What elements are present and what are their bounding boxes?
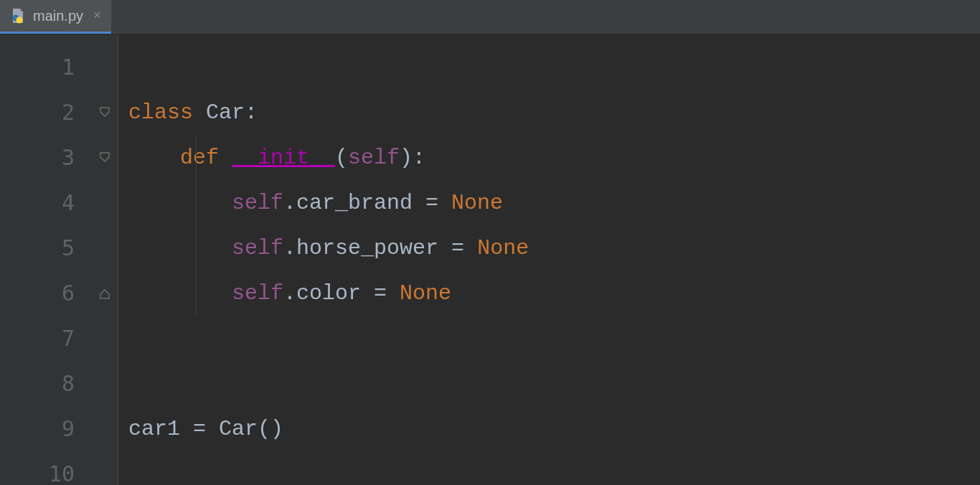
gutter: 1 2 3 4 5 6 7 8 9 10 — [0, 34, 118, 485]
editor-area: 1 2 3 4 5 6 7 8 9 10 class Car: — [0, 34, 980, 485]
punct-colon: : — [245, 100, 258, 125]
punct-dot: . — [283, 236, 296, 260]
tab-filename: main.py — [33, 8, 83, 24]
variable: car1 — [128, 417, 180, 441]
class-ref: Car — [219, 417, 258, 441]
keyword-self: self — [348, 146, 400, 170]
fold-marker-icon[interactable] — [98, 105, 112, 120]
gutter-line-number: 6 — [0, 270, 118, 316]
gutter-line-number: 7 — [0, 316, 118, 361]
function-name: __init__ — [232, 146, 335, 170]
gutter-line-number: 2 — [0, 90, 118, 135]
keyword-none: None — [477, 236, 529, 260]
keyword-none: None — [451, 191, 503, 215]
class-name: Car — [206, 100, 245, 125]
keyword-def: def — [180, 146, 232, 170]
gutter-line-number: 3 — [0, 135, 118, 180]
punct-eq: = — [413, 191, 451, 215]
code-line[interactable]: class Car: — [118, 90, 980, 135]
code-line[interactable]: self.color = None — [118, 270, 980, 316]
code-line[interactable] — [118, 451, 980, 485]
gutter-line-number: 5 — [0, 225, 118, 270]
punct-dot: . — [283, 191, 296, 215]
keyword-self: self — [232, 236, 283, 260]
punct-eq: = — [361, 281, 400, 306]
keyword-none: None — [400, 281, 451, 306]
keyword-class: class — [128, 100, 206, 125]
code-line[interactable]: car1 = Car() — [118, 406, 980, 451]
keyword-self: self — [232, 281, 283, 306]
python-file-icon — [10, 8, 26, 24]
attribute: color — [296, 281, 361, 306]
fold-end-marker-icon[interactable] — [98, 286, 112, 301]
code-line[interactable] — [118, 316, 980, 361]
punct-paren: ) — [270, 417, 283, 441]
punct-paren: ( — [335, 146, 348, 170]
punct-eq: = — [438, 236, 477, 260]
fold-marker-icon[interactable] — [98, 151, 112, 165]
attribute: car_brand — [296, 191, 413, 215]
code-line[interactable]: self.horse_power = None — [118, 225, 980, 270]
code-line[interactable] — [118, 44, 980, 90]
gutter-line-number: 1 — [0, 44, 118, 90]
gutter-line-number: 10 — [0, 451, 118, 485]
editor-tab[interactable]: main.py × — [0, 0, 111, 34]
code-line[interactable]: def __init__(self): — [118, 135, 980, 180]
code-line[interactable]: self.car_brand = None — [118, 180, 980, 225]
code-area[interactable]: class Car: def __init__(self): self.car_… — [118, 34, 980, 485]
code-line[interactable] — [118, 361, 980, 406]
close-icon[interactable]: × — [93, 9, 101, 23]
punct-paren: ( — [258, 417, 270, 441]
tab-bar: main.py × — [0, 0, 980, 34]
attribute: horse_power — [296, 236, 438, 260]
keyword-self: self — [232, 191, 283, 215]
punct-eq: = — [180, 417, 219, 441]
punct-paren: ) — [400, 146, 413, 170]
indent-guide — [196, 135, 197, 316]
gutter-line-number: 4 — [0, 180, 118, 225]
punct-colon: : — [413, 146, 425, 170]
punct-dot: . — [283, 281, 296, 306]
gutter-line-number: 9 — [0, 406, 118, 451]
svg-point-1 — [17, 17, 23, 24]
gutter-line-number: 8 — [0, 361, 118, 406]
